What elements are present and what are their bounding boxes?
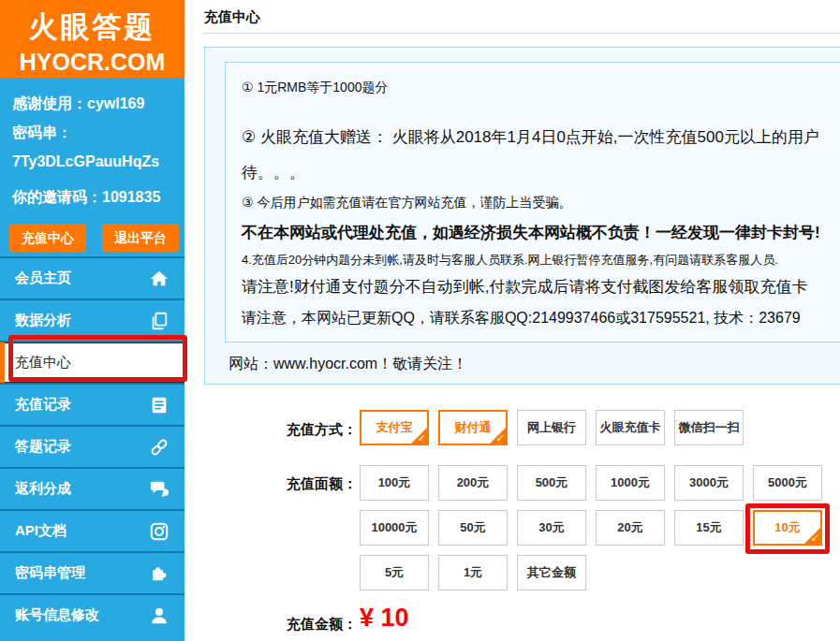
payment-method-tenpay[interactable]: 财付通 ✓ bbox=[438, 410, 508, 445]
link-icon bbox=[149, 437, 169, 458]
amount-button-50[interactable]: 50元 bbox=[438, 510, 508, 546]
document-icon bbox=[149, 395, 169, 415]
logo-title: 火眼答题 bbox=[0, 7, 184, 47]
notice-line-2: ② 火眼充值大赠送： 火眼将从2018年1月4日0点开始,一次性充值500元以上… bbox=[242, 126, 819, 148]
payment-method-alipay[interactable]: 支付宝 ✓ bbox=[360, 410, 429, 445]
user-thanks: 感谢使用：cywl169 bbox=[12, 89, 181, 118]
amount-row-1: 100元 200元 500元 1000元 3000元 5000元 bbox=[360, 465, 822, 501]
check-icon: ✓ bbox=[496, 432, 505, 444]
check-icon: ✓ bbox=[811, 532, 819, 545]
amount-button-5[interactable]: 5元 bbox=[360, 555, 429, 590]
payment-method-wechat-scan[interactable]: 微信扫一扫 bbox=[674, 410, 744, 445]
sidebar-item-answer-records[interactable]: 答题记录 bbox=[0, 425, 184, 467]
camera-icon bbox=[149, 521, 169, 542]
amount-label: 充值面额： bbox=[287, 475, 357, 493]
check-icon: ✓ bbox=[418, 432, 426, 444]
method-label: 充值方式： bbox=[287, 421, 357, 439]
amount-button-15[interactable]: 15元 bbox=[674, 510, 744, 546]
main-content: 充值中心 ① 1元RMB等于1000题分 ② 火眼充值大赠送： 火眼将从2018… bbox=[204, 0, 840, 641]
title-divider bbox=[204, 33, 840, 34]
sidebar-top-buttons: 充值中心 退出平台 bbox=[0, 224, 184, 254]
payment-method-hyocr-card[interactable]: 火眼充值卡 bbox=[596, 410, 665, 445]
sidebar: 火眼答题 HYOCR.COM 感谢使用：cywl169 密码串： 7Ty3DLc… bbox=[0, 0, 184, 641]
amount-button-100[interactable]: 100元 bbox=[360, 465, 429, 501]
amount-button-10000[interactable]: 10000元 bbox=[360, 510, 429, 546]
site-url-line: 网站：www.hyocr.com！敬请关注！ bbox=[228, 355, 467, 374]
invite-code: 你的邀请码：1091835 bbox=[12, 182, 181, 211]
notice-line-3: ③ 今后用户如需充值请在官方网站充值，谨防上当受骗。 bbox=[242, 195, 571, 211]
sidebar-item-data-analysis[interactable]: 数据分析 bbox=[0, 299, 184, 341]
amount-row-3: 5元 1元 其它金额 bbox=[360, 555, 586, 590]
user-icon bbox=[149, 605, 169, 626]
amount-button-500[interactable]: 500元 bbox=[517, 465, 586, 501]
amount-button-3000[interactable]: 3000元 bbox=[674, 465, 744, 501]
notice-inner-box: ① 1元RMB等于1000题分 ② 火眼充值大赠送： 火眼将从2018年1月4日… bbox=[225, 62, 840, 342]
recharge-center-button[interactable]: 充值中心 bbox=[9, 224, 86, 252]
password-value: 7Ty3DLcGPauuHqZs bbox=[12, 147, 181, 176]
amount-button-20[interactable]: 20元 bbox=[596, 510, 665, 546]
amount-button-1000[interactable]: 1000元 bbox=[596, 465, 665, 501]
amount-button-10[interactable]: 10元 ✓ bbox=[753, 510, 822, 546]
payment-method-row: 支付宝 ✓ 财付通 ✓ 网上银行 火眼充值卡 微信扫一扫 bbox=[360, 410, 744, 445]
page-title: 充值中心 bbox=[204, 8, 260, 26]
amount-button-1[interactable]: 1元 bbox=[438, 555, 508, 590]
total-label: 充值金额： bbox=[287, 616, 357, 634]
notice-qq-blue: 请注意，本网站已更新QQ，请联系客服QQ:2149937466或31759552… bbox=[242, 309, 801, 328]
logo: 火眼答题 HYOCR.COM bbox=[0, 0, 184, 78]
puzzle-icon bbox=[149, 563, 169, 584]
payment-method-online-bank[interactable]: 网上银行 bbox=[517, 410, 586, 445]
sidebar-item-api-docs[interactable]: API文档 bbox=[0, 509, 184, 551]
sidebar-item-recharge-center[interactable]: 充值中心 bbox=[0, 341, 184, 383]
chat-icon bbox=[149, 479, 169, 500]
notice-red-large: 请注意!财付通支付题分不自动到帐,付款完成后请将支付截图发给客服领取充值卡 bbox=[242, 276, 807, 298]
sidebar-item-recharge-records[interactable]: 充值记录 bbox=[0, 383, 184, 425]
sidebar-item-password-management[interactable]: 密码串管理 bbox=[0, 551, 184, 593]
copy-icon bbox=[149, 311, 169, 331]
sidebar-item-rebate-share[interactable]: 返利分成 bbox=[0, 467, 184, 509]
password-label: 密码串： bbox=[12, 118, 181, 147]
sidebar-item-account-edit[interactable]: 账号信息修改 bbox=[0, 593, 184, 635]
sidebar-menu: 会员主页 数据分析 充值中心 充值记录 答题记录 bbox=[0, 256, 184, 635]
amount-button-200[interactable]: 200元 bbox=[438, 465, 508, 501]
notice-red-small: 4.充值后20分钟内题分未到帐,请及时与客服人员联系.网上银行暂停充值服务,有问… bbox=[242, 252, 778, 269]
logo-subtitle: HYOCR.COM bbox=[0, 49, 184, 76]
notice-line-2-cont: 待。。。 bbox=[242, 162, 305, 183]
logout-button[interactable]: 退出平台 bbox=[102, 224, 179, 252]
amount-button-other[interactable]: 其它金额 bbox=[517, 555, 586, 590]
amount-row-2: 10000元 50元 30元 20元 15元 10元 ✓ bbox=[360, 510, 822, 546]
notice-line-1: ① 1元RMB等于1000题分 bbox=[242, 80, 388, 96]
home-icon bbox=[149, 269, 169, 289]
user-info: 感谢使用：cywl169 密码串： 7Ty3DLcGPauuHqZs 你的邀请码… bbox=[12, 89, 181, 211]
notice-warning-bold: 不在本网站或代理处充值，如遇经济损失本网站概不负责！一经发现一律封卡封号! bbox=[242, 222, 820, 243]
amount-button-30[interactable]: 30元 bbox=[517, 510, 586, 546]
amount-button-5000[interactable]: 5000元 bbox=[753, 465, 822, 501]
recharge-center-page: 火眼答题 HYOCR.COM 感谢使用：cywl169 密码串： 7Ty3DLc… bbox=[0, 0, 840, 641]
total-amount-value: ¥ 10 bbox=[360, 604, 409, 633]
notice-outer-box: ① 1元RMB等于1000题分 ② 火眼充值大赠送： 火眼将从2018年1月4日… bbox=[204, 47, 840, 385]
sidebar-item-member-home[interactable]: 会员主页 bbox=[0, 256, 184, 299]
